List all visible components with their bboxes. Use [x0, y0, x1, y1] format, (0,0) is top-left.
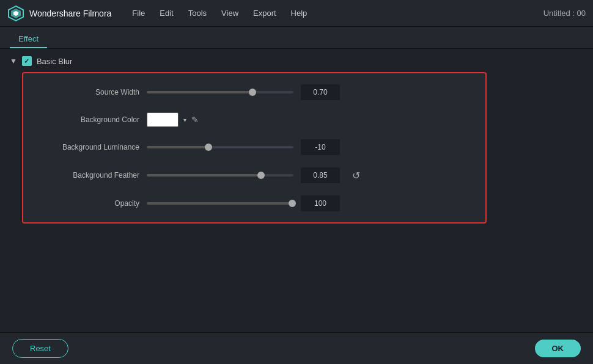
source-width-fill: [147, 91, 252, 93]
background-feather-thumb[interactable]: [257, 172, 265, 179]
color-dropdown-icon[interactable]: ▾: [182, 115, 188, 125]
reset-feather-icon[interactable]: ↺: [352, 170, 360, 181]
background-feather-label: Background Feather: [35, 171, 139, 180]
ok-button[interactable]: OK: [535, 340, 581, 357]
background-feather-slider[interactable]: [147, 174, 293, 177]
background-luminance-thumb[interactable]: [205, 144, 212, 151]
opacity-row: Opacity: [35, 195, 473, 211]
bottom-bar: Reset OK: [0, 332, 593, 364]
tab-effect[interactable]: Effect: [10, 31, 47, 48]
window-title: Untitled : 00: [543, 9, 586, 18]
source-width-thumb[interactable]: [249, 89, 256, 96]
menu-edit[interactable]: Edit: [153, 6, 179, 20]
opacity-fill: [147, 202, 292, 205]
background-luminance-fill: [147, 146, 208, 148]
background-luminance-value[interactable]: [301, 139, 340, 155]
menu-export[interactable]: Export: [247, 6, 282, 20]
background-luminance-slider[interactable]: [147, 146, 293, 148]
menu-view[interactable]: View: [215, 6, 245, 20]
tab-bar: Effect: [0, 27, 593, 49]
menu-tools[interactable]: Tools: [182, 6, 213, 20]
background-feather-value[interactable]: [301, 167, 340, 183]
color-swatch[interactable]: [147, 112, 179, 127]
source-width-slider[interactable]: [147, 91, 293, 93]
background-color-row: Background Color ▾ ✎: [35, 112, 473, 127]
menu-help[interactable]: Help: [285, 6, 314, 20]
background-luminance-label: Background Luminance: [35, 143, 139, 151]
background-feather-row: Background Feather ↺: [35, 167, 473, 183]
opacity-slider[interactable]: [147, 202, 293, 205]
section-checkbox[interactable]: [22, 56, 32, 66]
section-title: Basic Blur: [37, 57, 73, 66]
opacity-value[interactable]: [301, 195, 340, 211]
main-content: ▼ Basic Blur Source Width Background Col…: [0, 49, 593, 332]
opacity-label: Opacity: [35, 199, 139, 208]
background-color-label: Background Color: [35, 115, 139, 124]
opacity-thumb[interactable]: [289, 200, 296, 207]
chevron-down-icon[interactable]: ▼: [10, 57, 17, 65]
reset-button[interactable]: Reset: [12, 339, 68, 358]
section-header: ▼ Basic Blur: [10, 56, 583, 66]
effect-panel: Source Width Background Color ▾ ✎ Backgr…: [22, 72, 487, 224]
title-bar: Wondershare Filmora File Edit Tools View…: [0, 0, 593, 27]
source-width-label: Source Width: [35, 88, 139, 96]
eyedropper-icon[interactable]: ✎: [191, 115, 199, 125]
color-picker-group: ▾ ✎: [147, 112, 199, 127]
menu-file[interactable]: File: [126, 6, 151, 20]
background-luminance-row: Background Luminance: [35, 139, 473, 155]
app-name: Wondershare Filmora: [29, 9, 111, 18]
background-feather-fill: [147, 174, 261, 177]
app-logo: [7, 5, 24, 22]
source-width-row: Source Width: [35, 84, 473, 100]
source-width-value[interactable]: [301, 84, 340, 100]
menu-bar: File Edit Tools View Export Help: [126, 6, 543, 20]
